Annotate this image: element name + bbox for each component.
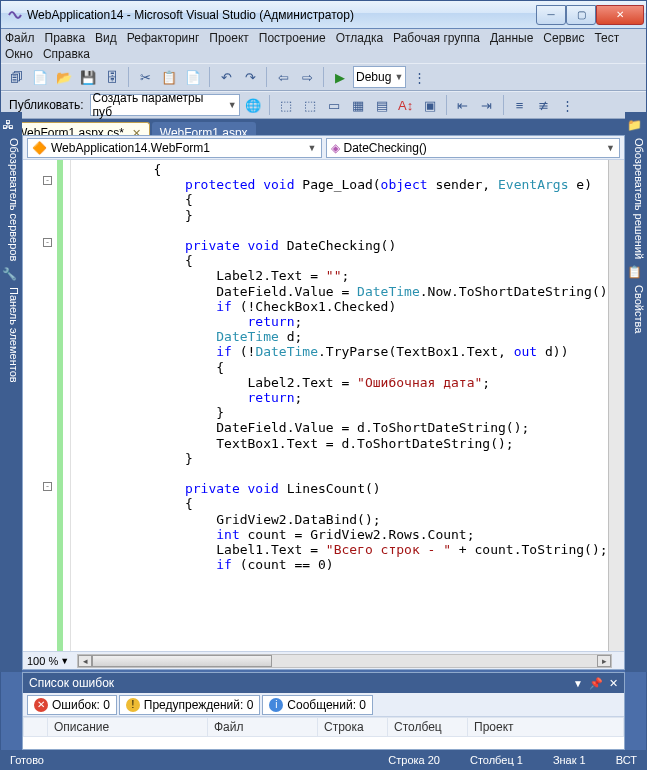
menu-build[interactable]: Построение	[259, 31, 326, 45]
tool-icon[interactable]: ▣	[419, 94, 441, 116]
copy-icon[interactable]: 📋	[158, 66, 180, 88]
paste-icon[interactable]: 📄	[182, 66, 204, 88]
menu-window[interactable]: Окно	[5, 47, 33, 61]
separator	[269, 95, 270, 115]
tool-icon[interactable]: ▤	[371, 94, 393, 116]
vertical-scrollbar[interactable]	[608, 160, 624, 651]
scroll-left-icon[interactable]: ◂	[78, 655, 92, 667]
change-margin	[57, 160, 63, 651]
menu-team[interactable]: Рабочая группа	[393, 31, 480, 45]
editor-footer: 100 % ▼ ◂ ▸	[23, 651, 624, 669]
horizontal-scrollbar[interactable]: ◂ ▸	[77, 654, 612, 668]
tool-icon[interactable]: ▦	[347, 94, 369, 116]
class-dropdown[interactable]: 🔶 WebApplication14.WebForm1 ▼	[27, 138, 322, 158]
outline-collapse-icon[interactable]: -	[43, 482, 52, 491]
menu-help[interactable]: Справка	[43, 47, 90, 61]
menu-file[interactable]: Файл	[5, 31, 35, 45]
properties-icon[interactable]: 📋	[627, 265, 645, 279]
col-file[interactable]: Файл	[208, 718, 318, 737]
comment-icon[interactable]: ≡	[509, 94, 531, 116]
nav-back-icon[interactable]: ⇦	[272, 66, 294, 88]
menu-view[interactable]: Вид	[95, 31, 117, 45]
code-text[interactable]: { protected void Page_Load(object sender…	[71, 160, 608, 651]
method-icon: ◈	[331, 141, 340, 155]
separator	[209, 67, 210, 87]
solution-explorer-icon[interactable]: 📁	[627, 118, 645, 132]
tool-icon[interactable]: ⬚	[275, 94, 297, 116]
window-title: WebApplication14 - Microsoft Visual Stud…	[27, 8, 536, 22]
code-editor[interactable]: - - - { protected void Page_Load(object …	[23, 160, 624, 651]
error-list-panel: Список ошибок ▼ 📌 ✕ ✕ Ошибок: 0 ! Предуп…	[22, 672, 625, 750]
save-all-icon[interactable]: 🗄	[101, 66, 123, 88]
toolbox-tab[interactable]: Панель элементов	[2, 287, 20, 383]
minimize-button[interactable]: ─	[536, 5, 566, 25]
menu-debug[interactable]: Отладка	[336, 31, 383, 45]
undo-icon[interactable]: ↶	[215, 66, 237, 88]
messages-filter[interactable]: i Сообщений: 0	[262, 695, 373, 715]
separator	[503, 95, 504, 115]
close-icon[interactable]: ✕	[609, 677, 618, 690]
col-line[interactable]: Строка	[318, 718, 388, 737]
save-icon[interactable]: 💾	[77, 66, 99, 88]
scroll-right-icon[interactable]: ▸	[597, 655, 611, 667]
tool-icon[interactable]: ▭	[323, 94, 345, 116]
toolbox-icon[interactable]: 🔧	[2, 267, 20, 281]
new-project-icon[interactable]: 🗐	[5, 66, 27, 88]
chevron-down-icon: ▼	[60, 656, 69, 666]
chevron-down-icon: ▼	[308, 143, 317, 153]
menu-edit[interactable]: Правка	[45, 31, 86, 45]
col-column[interactable]: Столбец	[388, 718, 468, 737]
indent-left-icon[interactable]: ⇤	[452, 94, 474, 116]
menu-data[interactable]: Данные	[490, 31, 533, 45]
nav-forward-icon[interactable]: ⇨	[296, 66, 318, 88]
redo-icon[interactable]: ↷	[239, 66, 261, 88]
separator	[323, 67, 324, 87]
cut-icon[interactable]: ✂	[134, 66, 156, 88]
scroll-thumb[interactable]	[92, 655, 272, 667]
maximize-button[interactable]: ▢	[566, 5, 596, 25]
zoom-level[interactable]: 100 % ▼	[27, 655, 69, 667]
configuration-dropdown[interactable]: Debug ▼	[353, 66, 406, 88]
col-icon[interactable]	[24, 718, 48, 737]
tool-icon[interactable]: ⬚	[299, 94, 321, 116]
pin-icon[interactable]: 📌	[589, 677, 603, 690]
menu-refactor[interactable]: Рефакторинг	[127, 31, 200, 45]
open-icon[interactable]: 📂	[53, 66, 75, 88]
errors-filter[interactable]: ✕ Ошибок: 0	[27, 695, 117, 715]
indent-right-icon[interactable]: ⇥	[476, 94, 498, 116]
status-char: Знак 1	[553, 754, 586, 766]
error-list-title: Список ошибок	[29, 676, 114, 690]
code-nav-bar: 🔶 WebApplication14.WebForm1 ▼ ◈ DateChec…	[23, 136, 624, 160]
publish-icon[interactable]: 🌐	[242, 94, 264, 116]
start-debug-icon[interactable]: ▶	[329, 66, 351, 88]
status-col: Столбец 1	[470, 754, 523, 766]
warnings-filter[interactable]: ! Предупреждений: 0	[119, 695, 261, 715]
add-item-icon[interactable]: 📄	[29, 66, 51, 88]
server-explorer-icon[interactable]: 🖧	[2, 118, 20, 132]
server-explorer-tab[interactable]: Обозреватель серверов	[2, 138, 20, 261]
solution-explorer-tab[interactable]: Обозреватель решений	[627, 138, 645, 259]
outline-collapse-icon[interactable]: -	[43, 176, 52, 185]
toolbar-overflow-icon[interactable]: ⋮	[557, 94, 579, 116]
error-badge-icon: ✕	[34, 698, 48, 712]
publish-target-dropdown[interactable]: Создать параметры пуб ▼	[90, 94, 240, 116]
menu-test[interactable]: Тест	[594, 31, 619, 45]
zoom-text: 100 %	[27, 655, 58, 667]
method-dropdown[interactable]: ◈ DateChecking() ▼	[326, 138, 621, 158]
menu-tools[interactable]: Сервис	[543, 31, 584, 45]
menu-project[interactable]: Проект	[209, 31, 249, 45]
separator	[128, 67, 129, 87]
col-project[interactable]: Проект	[468, 718, 624, 737]
status-ins: ВСТ	[616, 754, 637, 766]
properties-tab[interactable]: Свойства	[627, 285, 645, 333]
chevron-down-icon[interactable]: ▼	[573, 678, 583, 689]
font-size-icon[interactable]: A↕	[395, 94, 417, 116]
col-description[interactable]: Описание	[48, 718, 208, 737]
toolbar-overflow-icon[interactable]: ⋮	[408, 66, 430, 88]
menu-bar: Файл Правка Вид Рефакторинг Проект Постр…	[1, 29, 646, 63]
outline-collapse-icon[interactable]: -	[43, 238, 52, 247]
warning-badge-icon: !	[126, 698, 140, 712]
uncomment-icon[interactable]: ≢	[533, 94, 555, 116]
config-label: Debug	[356, 70, 391, 84]
close-button[interactable]: ✕	[596, 5, 644, 25]
